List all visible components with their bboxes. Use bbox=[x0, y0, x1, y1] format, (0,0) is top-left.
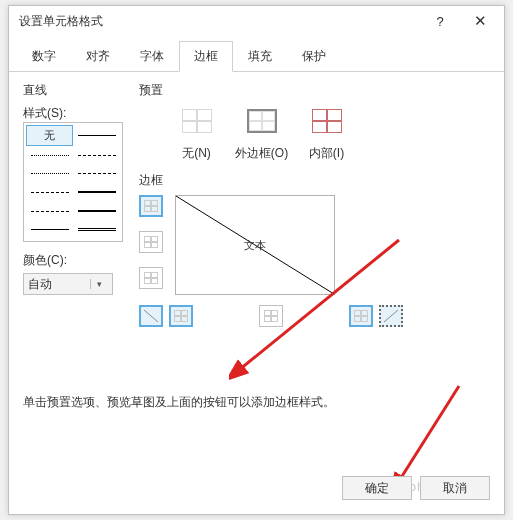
color-value: 自动 bbox=[28, 276, 90, 293]
dialog-buttons: 确定 取消 bbox=[342, 476, 490, 500]
preview-text: 文本 bbox=[244, 238, 266, 253]
help-button[interactable]: ? bbox=[420, 7, 460, 35]
border-left-button[interactable] bbox=[169, 305, 193, 327]
line-style-6[interactable] bbox=[26, 183, 73, 202]
svg-line-2 bbox=[384, 310, 398, 322]
preset-none[interactable]: 无(N) bbox=[169, 103, 224, 162]
tab-bar: 数字 对齐 字体 边框 填充 保护 bbox=[9, 36, 504, 72]
border-top-button[interactable] bbox=[139, 195, 163, 217]
line-style-8[interactable] bbox=[26, 202, 73, 221]
line-section-label: 直线 bbox=[23, 82, 133, 99]
tab-alignment[interactable]: 对齐 bbox=[71, 41, 125, 72]
preset-section-label: 预置 bbox=[139, 82, 490, 99]
color-dropdown[interactable]: 自动 ▾ bbox=[23, 273, 113, 295]
border-middle-v-button[interactable] bbox=[259, 305, 283, 327]
diag-up-icon bbox=[384, 310, 398, 322]
close-button[interactable]: ✕ bbox=[460, 7, 500, 35]
ok-button[interactable]: 确定 bbox=[342, 476, 412, 500]
format-cells-dialog: 设置单元格格式 ? ✕ 数字 对齐 字体 边框 填充 保护 直线 样式(S): … bbox=[8, 5, 505, 515]
help-icon: ? bbox=[436, 14, 443, 29]
line-style-4[interactable] bbox=[26, 165, 73, 184]
border-middle-h-button[interactable] bbox=[139, 231, 163, 253]
line-style-list[interactable]: 无 bbox=[23, 122, 123, 242]
preset-row: 无(N) 外边框(O) 内部(I) bbox=[169, 103, 490, 162]
preset-inside[interactable]: 内部(I) bbox=[299, 103, 354, 162]
title-bar: 设置单元格格式 ? ✕ bbox=[9, 6, 504, 36]
line-style-1[interactable] bbox=[73, 125, 120, 146]
preset-outline[interactable]: 外边框(O) bbox=[234, 103, 289, 162]
border-right-button[interactable] bbox=[349, 305, 373, 327]
line-style-7[interactable] bbox=[73, 183, 120, 202]
tab-fill[interactable]: 填充 bbox=[233, 41, 287, 72]
border-section-label: 边框 bbox=[139, 172, 490, 189]
dialog-title: 设置单元格格式 bbox=[19, 13, 103, 30]
line-style-2[interactable] bbox=[26, 146, 73, 165]
tab-font[interactable]: 字体 bbox=[125, 41, 179, 72]
border-bottom-button[interactable] bbox=[139, 267, 163, 289]
diag-down-icon bbox=[144, 310, 158, 322]
tab-border[interactable]: 边框 bbox=[179, 41, 233, 72]
line-style-9[interactable] bbox=[73, 202, 120, 221]
tab-number[interactable]: 数字 bbox=[17, 41, 71, 72]
border-diag-down-button[interactable] bbox=[139, 305, 163, 327]
color-label: 颜色(C): bbox=[23, 252, 133, 269]
style-label: 样式(S): bbox=[23, 105, 133, 122]
cancel-button[interactable]: 取消 bbox=[420, 476, 490, 500]
border-preview[interactable]: 文本 bbox=[175, 195, 335, 295]
line-style-5[interactable] bbox=[73, 165, 120, 184]
hint-text: 单击预置选项、预览草图及上面的按钮可以添加边框样式。 bbox=[23, 394, 335, 411]
border-diag-up-button[interactable] bbox=[379, 305, 403, 327]
line-style-3[interactable] bbox=[73, 146, 120, 165]
line-style-10[interactable] bbox=[26, 220, 73, 239]
chevron-down-icon: ▾ bbox=[90, 279, 108, 289]
svg-line-1 bbox=[144, 310, 158, 322]
close-icon: ✕ bbox=[474, 12, 487, 30]
tab-content-border: 直线 样式(S): 无 颜色(C): 自动 ▾ bbox=[9, 72, 504, 472]
line-style-none[interactable]: 无 bbox=[26, 125, 73, 146]
line-style-11[interactable] bbox=[73, 220, 120, 239]
tab-protection[interactable]: 保护 bbox=[287, 41, 341, 72]
